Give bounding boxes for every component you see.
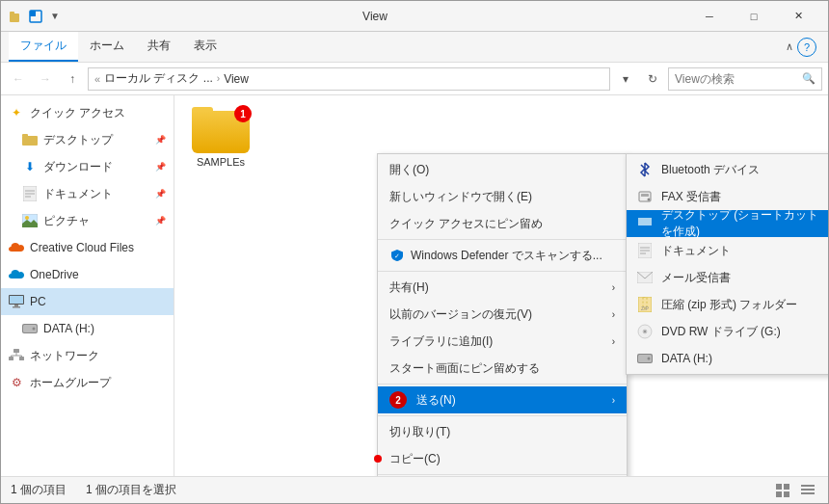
sidebar-item-pc[interactable]: PC bbox=[1, 288, 174, 315]
search-input[interactable] bbox=[675, 72, 798, 86]
submenu-mail[interactable]: メール受信書 bbox=[627, 264, 828, 291]
ctx-library-label: ライブラリに追加(I) bbox=[389, 333, 493, 350]
sidebar-item-quick-access[interactable]: ✦ クイック アクセス bbox=[1, 99, 174, 126]
ctx-sep-4 bbox=[378, 415, 627, 416]
bluetooth-icon bbox=[636, 161, 654, 178]
ctx-cut-label: 切り取り(T) bbox=[389, 424, 450, 440]
ctx-share-arrow: › bbox=[612, 282, 615, 293]
ctx-send-to[interactable]: 2 送る(N) › bbox=[378, 386, 627, 413]
sidebar-item-documents[interactable]: ドキュメント 📌 bbox=[1, 180, 174, 207]
zip-icon: ZIP bbox=[636, 296, 654, 313]
submenu: Bluetooth デバイス FAX 受信書 デスクトップ (ショートカットを作… bbox=[626, 153, 828, 375]
svg-rect-4 bbox=[22, 136, 38, 146]
sidebar-label-pc: PC bbox=[30, 295, 46, 308]
sidebar-item-creative-cloud[interactable]: Creative Cloud Files bbox=[1, 234, 174, 261]
submenu-docs[interactable]: ドキュメント bbox=[627, 237, 828, 264]
ctx-library-arrow: › bbox=[612, 336, 615, 347]
up-button[interactable]: ↑ bbox=[61, 67, 84, 91]
status-item-count: 1 個の項目 bbox=[11, 482, 67, 498]
ctx-share-label: 共有(H) bbox=[389, 279, 429, 296]
ribbon-tabs: ファイル ホーム 共有 表示 ∧ ? bbox=[1, 32, 828, 62]
ctx-cut[interactable]: 切り取り(T) bbox=[378, 418, 627, 445]
submenu-dvd-label: DVD RW ドライブ (G:) bbox=[661, 324, 781, 340]
creative-cloud-icon bbox=[9, 240, 24, 255]
ctx-copy[interactable]: コピー(C) bbox=[378, 445, 627, 472]
sidebar-item-homegroup[interactable]: ⚙ ホームグループ bbox=[1, 369, 174, 396]
submenu-data-h[interactable]: DATA (H:) bbox=[627, 345, 828, 372]
sidebar-item-desktop[interactable]: デスクトップ 📌 bbox=[1, 126, 174, 153]
dvd-icon bbox=[636, 323, 654, 340]
folder-item-samples[interactable]: 1 SAMPLEs bbox=[182, 103, 259, 172]
folder-label: SAMPLEs bbox=[197, 156, 245, 168]
svg-rect-48 bbox=[776, 484, 782, 490]
window: ▼ View ─ □ ✕ ファイル ホーム 共有 表示 ∧ ? ← → ↑ bbox=[0, 0, 829, 504]
tab-share[interactable]: 共有 bbox=[136, 32, 182, 62]
ctx-send-to-badge: 2 bbox=[389, 391, 407, 409]
ctx-restore-label: 以前のバージョンの復元(V) bbox=[389, 306, 532, 323]
search-icon: 🔍 bbox=[802, 72, 816, 85]
ctx-pin-quick-access[interactable]: クイック アクセスにピン留め bbox=[378, 210, 627, 237]
forward-button[interactable]: → bbox=[34, 67, 57, 91]
submenu-zip-label: 圧縮 (zip 形式) フォルダー bbox=[661, 297, 797, 313]
svg-rect-28 bbox=[641, 194, 649, 197]
view-btn-list[interactable] bbox=[797, 480, 818, 501]
ctx-windows-defender[interactable]: ✓ Windows Defender でスキャンする... bbox=[378, 242, 627, 269]
main-content: ✦ クイック アクセス デスクトップ 📌 ⬇ ダウンロード 📌 ドキュメント bbox=[1, 95, 828, 476]
tab-file[interactable]: ファイル bbox=[9, 32, 78, 62]
view-btn-icons[interactable] bbox=[772, 480, 793, 501]
drive-h-icon bbox=[22, 321, 38, 336]
svg-text:✓: ✓ bbox=[394, 252, 400, 259]
sidebar-item-data-h[interactable]: DATA (H:) bbox=[1, 315, 174, 342]
ctx-add-library[interactable]: ライブラリに追加(I) › bbox=[378, 328, 627, 355]
tab-view[interactable]: 表示 bbox=[182, 32, 228, 62]
svg-rect-5 bbox=[22, 134, 28, 137]
documents-icon bbox=[22, 186, 38, 201]
submenu-fax-label: FAX 受信書 bbox=[661, 189, 721, 205]
svg-rect-14 bbox=[14, 305, 18, 306]
ctx-open-new-window-label: 新しいウィンドウで開く(E) bbox=[389, 189, 532, 205]
close-button[interactable]: ✕ bbox=[776, 1, 820, 32]
pin-icon-desktop: 📌 bbox=[155, 135, 166, 145]
minimize-button[interactable]: ─ bbox=[687, 1, 732, 32]
submenu-fax[interactable]: FAX 受信書 bbox=[627, 183, 828, 210]
ctx-open-new-window[interactable]: 新しいウィンドウで開く(E) bbox=[378, 183, 627, 210]
ctx-pin-start[interactable]: スタート画面にピン留めする bbox=[378, 355, 627, 382]
path-prefix-icon: « bbox=[94, 73, 100, 85]
svg-rect-19 bbox=[13, 349, 19, 353]
svg-point-47 bbox=[648, 358, 651, 360]
svg-rect-31 bbox=[638, 218, 652, 225]
submenu-dvd[interactable]: DVD RW ドライブ (G:) bbox=[627, 318, 828, 345]
ctx-restore-arrow: › bbox=[612, 309, 615, 320]
ctx-sep-1 bbox=[378, 239, 627, 240]
svg-rect-54 bbox=[801, 492, 815, 494]
help-button[interactable]: ? bbox=[797, 38, 816, 57]
submenu-bluetooth[interactable]: Bluetooth デバイス bbox=[627, 156, 828, 183]
submenu-data-h-label: DATA (H:) bbox=[661, 352, 712, 365]
sidebar-item-download[interactable]: ⬇ ダウンロード 📌 bbox=[1, 153, 174, 180]
path-current: View bbox=[224, 72, 249, 86]
title-bar-buttons: ─ □ ✕ bbox=[687, 1, 820, 32]
ctx-send-to-arrow: › bbox=[612, 395, 615, 406]
ctx-restore-prev[interactable]: 以前のバージョンの復元(V) › bbox=[378, 301, 627, 328]
fax-icon bbox=[636, 188, 654, 205]
sidebar-item-network[interactable]: ネットワーク bbox=[1, 342, 174, 369]
sidebar-item-onedrive[interactable]: OneDrive bbox=[1, 261, 174, 288]
submenu-zip[interactable]: ZIP 圧縮 (zip 形式) フォルダー bbox=[627, 291, 828, 318]
ctx-open[interactable]: 開く(O) bbox=[378, 156, 627, 183]
sidebar-item-pictures[interactable]: ピクチャ 📌 bbox=[1, 207, 174, 234]
restore-button[interactable]: □ bbox=[732, 1, 776, 32]
ctx-pin-start-label: スタート画面にピン留めする bbox=[389, 360, 540, 377]
tab-home[interactable]: ホーム bbox=[78, 32, 136, 62]
svg-point-18 bbox=[33, 328, 36, 331]
search-box[interactable]: 🔍 bbox=[668, 67, 822, 91]
onedrive-icon bbox=[9, 267, 24, 282]
defender-icon: ✓ bbox=[389, 248, 405, 263]
ctx-share[interactable]: 共有(H) › bbox=[378, 274, 627, 301]
submenu-desktop-shortcut[interactable]: デスクトップ (ショートカットを作成) bbox=[627, 210, 828, 237]
back-button[interactable]: ← bbox=[7, 67, 30, 91]
refresh-button[interactable]: ↻ bbox=[641, 67, 664, 91]
dropdown-btn[interactable]: ▾ bbox=[614, 67, 637, 91]
path-chevron-icon: › bbox=[217, 73, 220, 84]
address-path[interactable]: « ローカル ディスク ... › View bbox=[88, 67, 610, 91]
submenu-docs-icon bbox=[636, 242, 654, 259]
